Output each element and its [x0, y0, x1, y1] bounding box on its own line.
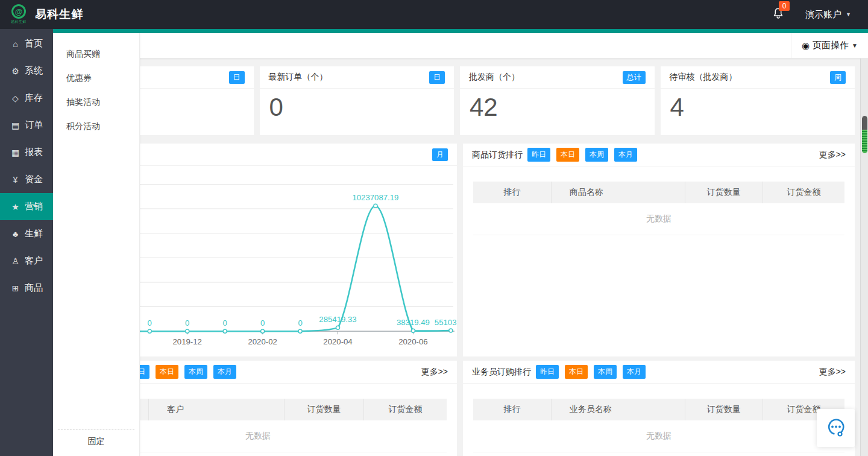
sidebar-item-label: 报表: [25, 147, 43, 158]
svg-text:2019-12: 2019-12: [173, 337, 202, 346]
account-menu[interactable]: 演示账户 ▼: [805, 9, 851, 21]
tab-today[interactable]: 本日: [556, 148, 579, 162]
sidebar-item-inventory[interactable]: ◇库存: [0, 84, 53, 112]
tab-this-month[interactable]: 本月: [213, 365, 236, 379]
stat-card-title: 待审核（批发商）: [670, 72, 737, 83]
more-link[interactable]: 更多>>: [819, 367, 846, 378]
sidebar-item-label: 商品: [25, 282, 43, 294]
svg-text:38319.49: 38319.49: [397, 318, 430, 327]
stat-card-title: 批发商（个）: [469, 72, 520, 83]
svg-text:2020-06: 2020-06: [398, 337, 427, 346]
more-link[interactable]: 更多>>: [421, 367, 448, 378]
app-title: 易科生鲜: [35, 7, 83, 22]
scrollbar-track[interactable]: [860, 59, 868, 456]
stat-card-latest-orders: 最新订单（个）日 0: [260, 66, 454, 135]
tree-icon: ♣: [10, 229, 20, 239]
sidebar-item-funds[interactable]: ¥资金: [0, 166, 53, 193]
svg-text:55103.11: 55103.11: [435, 318, 457, 327]
svg-text:0: 0: [222, 318, 227, 328]
sidebar-item-system[interactable]: ⚙系统: [0, 57, 53, 84]
notification-bell[interactable]: 0: [772, 7, 785, 22]
empty-state: 无数据: [473, 203, 844, 235]
star-icon: ★: [10, 202, 20, 212]
box-icon: ◇: [10, 93, 20, 103]
svg-text:2020-02: 2020-02: [248, 337, 277, 346]
scrollbar-thumb[interactable]: [862, 116, 867, 153]
svg-text:285419.33: 285419.33: [319, 315, 356, 324]
stat-card-title: 最新订单（个）: [269, 72, 328, 83]
stat-card-value: 42: [460, 89, 655, 126]
col-rank: 排行: [473, 399, 551, 420]
submenu-item-coupons[interactable]: 优惠券: [53, 66, 139, 90]
sidebar-item-label: 首页: [25, 38, 43, 49]
radio-dot-icon: ◉: [802, 40, 810, 51]
logo-spiral-icon: @: [11, 4, 26, 19]
stat-card-value: 4: [661, 89, 855, 126]
tab-yesterday[interactable]: 昨日: [527, 148, 550, 162]
svg-text:2020-04: 2020-04: [323, 337, 352, 346]
marketing-submenu: 商品买赠 优惠券 抽奖活动 积分活动 固定: [53, 33, 140, 456]
sidebar-nav: ⌂首页 ⚙系统 ◇库存 ▤订单 ▦报表 ¥资金 ★营销 ♣生鲜 ♙客户 ⊞商品: [0, 29, 53, 456]
tab-this-week[interactable]: 本周: [594, 365, 617, 379]
tab-this-week[interactable]: 本周: [184, 365, 207, 379]
tab-this-week[interactable]: 本周: [585, 148, 608, 162]
col-product-name: 商品名称: [551, 182, 685, 203]
app-logo: @ 易科生鲜: [11, 4, 27, 25]
sidebar-item-label: 生鲜: [25, 228, 43, 239]
logo-caption: 易科生鲜: [11, 19, 27, 25]
col-rank: 排行: [473, 182, 551, 203]
chevron-down-icon: ▼: [846, 11, 851, 17]
stat-cards-row: 日 最新订单（个）日 0 批发商（个）总计 42 待审核（批发商）周 4: [59, 66, 855, 135]
svg-text:0: 0: [298, 318, 302, 328]
notification-count-badge: 0: [779, 1, 790, 11]
sidebar-item-marketing[interactable]: ★营销: [0, 193, 53, 220]
grid-icon: ⊞: [10, 283, 20, 293]
pin-submenu-button[interactable]: 固定: [58, 429, 134, 456]
chat-support-button[interactable]: [817, 409, 855, 447]
stat-card-wholesalers: 批发商（个）总计 42: [460, 66, 655, 135]
sidebar-item-reports[interactable]: ▦报表: [0, 139, 53, 166]
stat-card-value: 0: [260, 89, 454, 126]
salesman-ranking-panel: 业务员订购排行 昨日 本日 本周 本月 更多>> 排行 业务员名称 订货: [463, 361, 855, 456]
home-icon: ⌂: [10, 39, 20, 49]
svg-text:10237087.19: 10237087.19: [352, 193, 398, 202]
sidebar-item-label: 资金: [25, 174, 43, 185]
tab-this-month[interactable]: 本月: [623, 365, 646, 379]
period-badge: 月: [432, 148, 448, 161]
tab-today[interactable]: 本日: [565, 365, 588, 379]
gear-icon: ⚙: [10, 66, 20, 76]
tab-today[interactable]: 本日: [156, 365, 178, 379]
sidebar-item-home[interactable]: ⌂首页: [0, 30, 53, 57]
page-actions-label: 页面操作: [813, 40, 849, 51]
period-badge: 周: [830, 71, 846, 84]
submenu-item-points[interactable]: 积分活动: [53, 114, 139, 138]
submenu-item-buy-gift[interactable]: 商品买赠: [53, 42, 139, 66]
period-badge: 日: [229, 71, 245, 84]
empty-state: 无数据: [473, 420, 844, 452]
scrollbar-thumb-cap: [862, 116, 867, 130]
tab-this-month[interactable]: 本月: [614, 148, 637, 162]
col-order-amount: 订货金额: [363, 399, 447, 420]
chart-icon: ▦: [10, 148, 20, 157]
main-content: ◉ 页面操作 ▼ 日 最新订单（个）日 0 批发商（个）总计 42 待审核（批发…: [53, 29, 868, 456]
col-salesman-name: 业务员名称: [551, 399, 685, 420]
col-order-amount: 订货金额: [763, 182, 844, 203]
sidebar-item-customers[interactable]: ♙客户: [0, 247, 53, 274]
tab-yesterday[interactable]: 昨日: [536, 365, 559, 379]
sidebar-item-products[interactable]: ⊞商品: [0, 274, 53, 302]
toolbar: ◉ 页面操作 ▼: [53, 33, 868, 59]
chat-bubble-icon: [825, 416, 847, 440]
sidebar-item-fresh[interactable]: ♣生鲜: [0, 220, 53, 247]
period-badge: 总计: [623, 71, 646, 84]
submenu-item-lottery[interactable]: 抽奖活动: [53, 90, 139, 114]
svg-text:0: 0: [185, 318, 189, 328]
accent-bar: [53, 29, 868, 33]
period-badge: 日: [429, 71, 445, 84]
page-actions-button[interactable]: ◉ 页面操作 ▼: [791, 33, 868, 58]
document-icon: ▤: [10, 121, 20, 130]
more-link[interactable]: 更多>>: [819, 150, 846, 160]
chevron-down-icon: ▼: [852, 42, 858, 49]
sidebar-item-orders[interactable]: ▤订单: [0, 112, 53, 139]
svg-text:0: 0: [260, 318, 265, 328]
person-icon: ♙: [10, 256, 20, 266]
